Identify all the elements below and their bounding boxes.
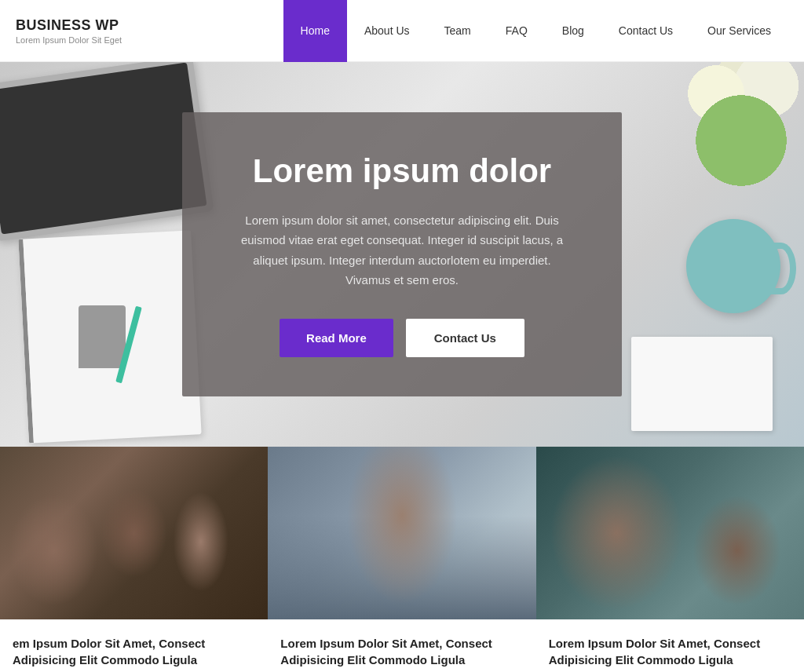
card-2-body: Lorem Ipsum Dolor Sit Amet, Consect Adip… <box>268 619 535 672</box>
read-more-button[interactable]: Read More <box>280 319 393 357</box>
main-nav: Home About Us Team FAQ Blog Contact Us O… <box>283 0 788 62</box>
hero-buttons: Read More Contact Us <box>229 319 575 357</box>
nav-item-services[interactable]: Our Services <box>690 0 788 62</box>
site-header: BUSINESS WP Lorem Ipsum Dolor Sit Eget H… <box>0 0 804 62</box>
card-1: em Ipsum Dolor Sit Amet, Consect Adipisi… <box>0 447 268 672</box>
nav-item-about[interactable]: About Us <box>347 0 427 62</box>
logo-subtitle: Lorem Ipsum Dolor Sit Eget <box>16 35 122 45</box>
card-2-title: Lorem Ipsum Dolor Sit Amet, Consect Adip… <box>280 635 523 668</box>
nav-item-contact[interactable]: Contact Us <box>601 0 690 62</box>
card-3-title: Lorem Ipsum Dolor Sit Amet, Consect Adip… <box>549 635 791 668</box>
card-1-title: em Ipsum Dolor Sit Amet, Consect Adipisi… <box>13 635 255 668</box>
card-2: Lorem Ipsum Dolor Sit Amet, Consect Adip… <box>268 447 535 672</box>
logo[interactable]: BUSINESS WP Lorem Ipsum Dolor Sit Eget <box>16 17 122 45</box>
nav-item-home[interactable]: Home <box>283 0 347 62</box>
contact-us-button[interactable]: Contact Us <box>406 319 524 357</box>
nav-item-blog[interactable]: Blog <box>545 0 601 62</box>
hero-section: Lorem ipsum dolor Lorem ipsum dolor sit … <box>0 62 804 447</box>
cards-section: em Ipsum Dolor Sit Amet, Consect Adipisi… <box>0 447 804 672</box>
nav-item-faq[interactable]: FAQ <box>488 0 545 62</box>
hero-content-box: Lorem ipsum dolor Lorem ipsum dolor sit … <box>182 112 622 396</box>
hero-title: Lorem ipsum dolor <box>229 152 575 191</box>
hero-description: Lorem ipsum dolor sit amet, consectetur … <box>229 210 575 290</box>
card-1-image <box>0 447 268 619</box>
card-3-image <box>536 447 804 619</box>
logo-title: BUSINESS WP <box>16 17 122 34</box>
nav-item-team[interactable]: Team <box>427 0 488 62</box>
card-1-body: em Ipsum Dolor Sit Amet, Consect Adipisi… <box>0 619 268 672</box>
card-2-image <box>268 447 535 619</box>
card-3-body: Lorem Ipsum Dolor Sit Amet, Consect Adip… <box>536 619 804 672</box>
card-3: Lorem Ipsum Dolor Sit Amet, Consect Adip… <box>536 447 804 672</box>
